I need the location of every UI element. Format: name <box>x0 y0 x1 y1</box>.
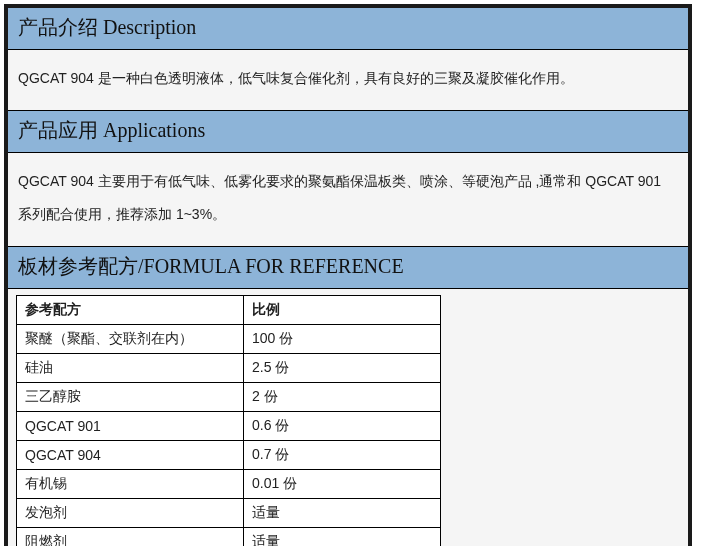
formula-table-wrap: 参考配方 比例 聚醚（聚酯、交联剂在内） 100 份 硅油 2.5 份 三乙醇胺… <box>8 289 688 546</box>
table-row: QGCAT 904 0.7 份 <box>17 440 441 469</box>
cell-ratio: 2 份 <box>244 382 441 411</box>
table-header-ratio: 比例 <box>244 295 441 324</box>
cell-ratio: 0.7 份 <box>244 440 441 469</box>
cell-name: 阻燃剂 <box>17 527 244 546</box>
cell-name: 硅油 <box>17 353 244 382</box>
table-row: 阻燃剂 适量 <box>17 527 441 546</box>
table-row: 硅油 2.5 份 <box>17 353 441 382</box>
cell-ratio: 适量 <box>244 527 441 546</box>
cell-ratio: 0.01 份 <box>244 469 441 498</box>
cell-name: QGCAT 901 <box>17 411 244 440</box>
cell-name: QGCAT 904 <box>17 440 244 469</box>
cell-name: 聚醚（聚酯、交联剂在内） <box>17 324 244 353</box>
table-row: 聚醚（聚酯、交联剂在内） 100 份 <box>17 324 441 353</box>
cell-name: 发泡剂 <box>17 498 244 527</box>
document-container: 产品介绍 Description QGCAT 904 是一种白色透明液体，低气味… <box>4 4 692 546</box>
cell-name: 有机锡 <box>17 469 244 498</box>
table-header-row: 参考配方 比例 <box>17 295 441 324</box>
table-row: 有机锡 0.01 份 <box>17 469 441 498</box>
section-body-applications: QGCAT 904 主要用于有低气味、低雾化要求的聚氨酯保温板类、喷涂、等硬泡产… <box>8 153 688 246</box>
cell-ratio: 100 份 <box>244 324 441 353</box>
cell-name: 三乙醇胺 <box>17 382 244 411</box>
table-row: QGCAT 901 0.6 份 <box>17 411 441 440</box>
section-header-applications: 产品应用 Applications <box>8 110 688 153</box>
section-header-formula: 板材参考配方/FORMULA FOR REFERENCE <box>8 246 688 289</box>
section-body-description: QGCAT 904 是一种白色透明液体，低气味复合催化剂，具有良好的三聚及凝胶催… <box>8 50 688 110</box>
formula-table: 参考配方 比例 聚醚（聚酯、交联剂在内） 100 份 硅油 2.5 份 三乙醇胺… <box>16 295 441 546</box>
section-header-description: 产品介绍 Description <box>8 8 688 50</box>
table-row: 发泡剂 适量 <box>17 498 441 527</box>
cell-ratio: 2.5 份 <box>244 353 441 382</box>
table-row: 三乙醇胺 2 份 <box>17 382 441 411</box>
cell-ratio: 适量 <box>244 498 441 527</box>
table-header-name: 参考配方 <box>17 295 244 324</box>
cell-ratio: 0.6 份 <box>244 411 441 440</box>
